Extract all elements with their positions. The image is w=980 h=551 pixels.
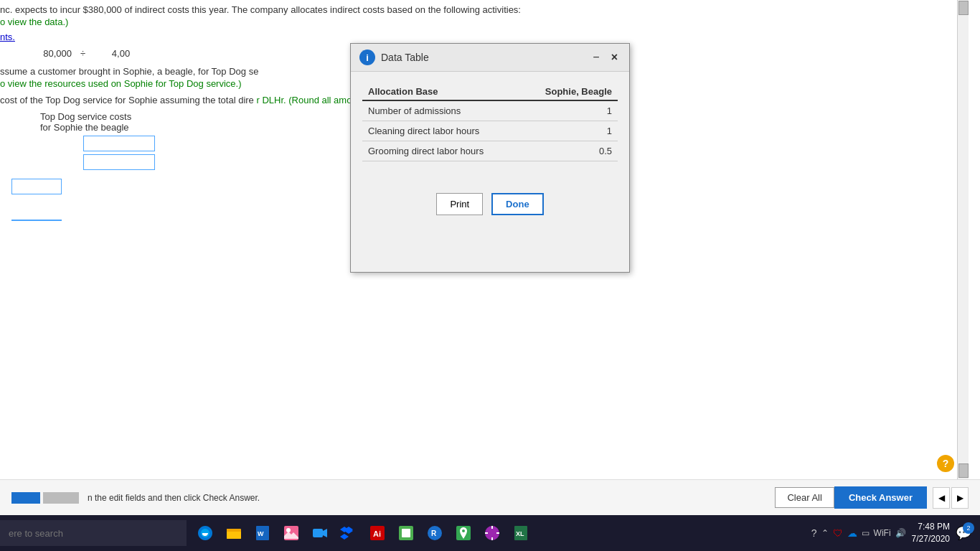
row-label: Grooming direct labor hours — [362, 141, 520, 161]
modal-footer: Print Done — [351, 187, 629, 227]
notification-count: 2 — [963, 522, 974, 534]
time-display: 7:48 PM — [912, 521, 950, 533]
dropbox-icon[interactable] — [336, 520, 362, 546]
security-icon: 🛡 — [833, 527, 843, 539]
rstudio-icon[interactable]: R — [422, 520, 448, 546]
modal-close-button[interactable]: × — [608, 51, 621, 64]
word-icon[interactable]: W — [250, 520, 275, 546]
row-value: 0.5 — [520, 141, 618, 161]
table-row: Number of admissions 1 — [362, 100, 618, 121]
done-button[interactable]: Done — [491, 193, 544, 215]
excel-icon[interactable]: XL — [508, 520, 534, 546]
allocation-table: Allocation Base Sophie, Beagle Number of… — [362, 83, 618, 161]
svg-rect-1 — [227, 532, 241, 539]
modal-body: Allocation Base Sophie, Beagle Number of… — [351, 72, 629, 187]
svg-text:W: W — [258, 530, 264, 537]
svg-text:R: R — [431, 529, 437, 537]
taskbar-right: ? ⌃ 🛡 ☁ ▭ WiFi 🔊 7:48 PM 7/27/2020 💬 2 — [811, 521, 980, 545]
taskbar-search[interactable] — [0, 520, 187, 546]
adobe-icon[interactable]: Ai — [364, 520, 390, 546]
table-header-row: Allocation Base Sophie, Beagle — [362, 83, 618, 100]
system-tray: ? ⌃ 🛡 ☁ ▭ WiFi 🔊 — [811, 527, 906, 539]
col2-header: Sophie, Beagle — [520, 83, 618, 100]
help-tray-icon: ? — [811, 527, 817, 539]
modal-overlay: i Data Table − × Allocation Base Sophie,… — [0, 0, 980, 515]
svg-text:Ai: Ai — [373, 529, 381, 538]
photos-icon[interactable] — [278, 520, 304, 546]
cloud-icon: ☁ — [847, 527, 857, 539]
col1-header: Allocation Base — [362, 83, 520, 100]
maps-icon[interactable] — [451, 520, 476, 546]
green-app-icon[interactable] — [393, 520, 419, 546]
file-explorer-icon[interactable] — [221, 520, 247, 546]
svg-rect-2 — [227, 529, 232, 532]
row-label: Number of admissions — [362, 100, 520, 121]
row-value: 1 — [520, 100, 618, 121]
modal-title: Data Table — [381, 52, 584, 63]
row-label: Cleaning direct labor hours — [362, 121, 520, 141]
table-row: Cleaning direct labor hours 1 — [362, 121, 618, 141]
taskbar-icons: W — [187, 520, 811, 546]
notification-area[interactable]: 💬 2 — [956, 525, 971, 541]
svg-rect-11 — [402, 529, 410, 537]
taskbar: W — [0, 515, 980, 551]
spinner-icon[interactable] — [479, 520, 505, 546]
date-display: 7/27/2020 — [912, 533, 950, 545]
row-value: 1 — [520, 121, 618, 141]
taskbar-time: 7:48 PM 7/27/2020 — [912, 521, 950, 545]
expand-tray-icon[interactable]: ⌃ — [821, 528, 829, 538]
wifi-icon: WiFi — [874, 528, 891, 538]
zoom-icon[interactable] — [307, 520, 333, 546]
modal-minimize-button[interactable]: − — [590, 51, 602, 64]
print-button[interactable]: Print — [436, 193, 483, 215]
volume-icon: 🔊 — [895, 528, 906, 538]
modal-info-icon: i — [359, 50, 375, 65]
data-table-modal: i Data Table − × Allocation Base Sophie,… — [350, 43, 630, 273]
svg-rect-7 — [313, 529, 323, 537]
table-row: Grooming direct labor hours 0.5 — [362, 141, 618, 161]
modal-header: i Data Table − × — [351, 44, 629, 72]
svg-point-15 — [462, 529, 465, 532]
battery-icon: ▭ — [862, 528, 870, 538]
svg-text:XL: XL — [516, 530, 524, 537]
edge-icon[interactable] — [192, 520, 218, 546]
